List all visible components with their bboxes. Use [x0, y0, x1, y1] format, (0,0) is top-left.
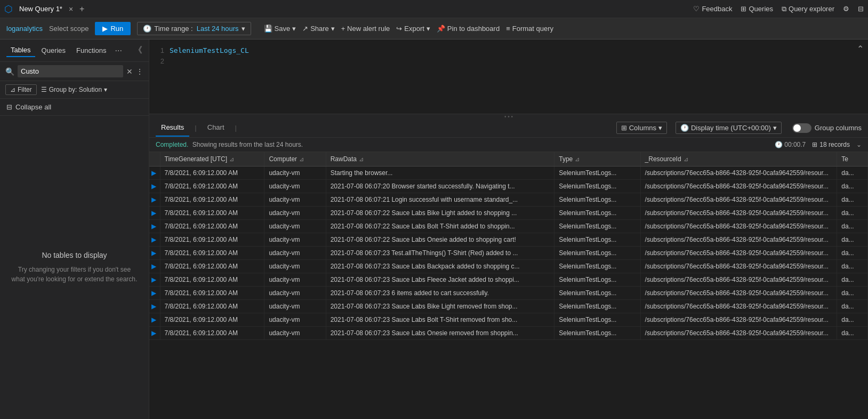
run-button[interactable]: ▶ ▶ Run Run — [95, 22, 131, 35]
col-header-time[interactable]: TimeGenerated [UTC] ⊿ — [160, 152, 264, 167]
col-header-type[interactable]: Type ⊿ — [554, 152, 640, 167]
columns-button[interactable]: ⊞ Columns ▾ — [616, 122, 667, 134]
row-expand-button[interactable]: ▶ — [149, 327, 160, 340]
row-expand-button[interactable]: ▶ — [149, 193, 160, 207]
row-expand-button[interactable]: ▶ — [149, 233, 160, 247]
new-alert-button[interactable]: + New alert rule — [341, 25, 390, 33]
chevron-down-icon5: ▾ — [104, 86, 107, 93]
cell-computer: udacity-vm — [264, 180, 326, 193]
cell-rawdata: Starting the browser... — [326, 167, 554, 180]
sidebar-tab-functions[interactable]: Functions — [72, 44, 110, 57]
query-explorer-button[interactable]: ⧉ Query explorer — [782, 5, 834, 13]
filter-computer-icon[interactable]: ⊿ — [299, 156, 304, 163]
table-row: ▶ 7/8/2021, 6:09:12.000 AM udacity-vm 20… — [149, 233, 868, 247]
row-expand-button[interactable]: ▶ — [149, 273, 160, 287]
cell-te: da... — [837, 287, 868, 300]
cell-rawdata: 2021-07-08 06:07:22 Sauce Labs Bike Ligh… — [326, 207, 554, 220]
display-time-button[interactable]: 🕐 Display time (UTC+00:00) ▾ — [676, 122, 782, 134]
sidebar-tab-queries[interactable]: Queries — [37, 44, 70, 57]
collapse-all-button[interactable]: ⊟ Collapse all — [0, 99, 149, 116]
filter-rawdata-icon[interactable]: ⊿ — [359, 156, 364, 163]
no-tables-title: No tables to display — [42, 251, 107, 259]
col-header-rawdata[interactable]: RawData ⊿ — [326, 152, 554, 167]
sidebar-search: 🔍 ✕ ⋮ — [0, 62, 149, 81]
workspace-label[interactable]: loganalytics — [6, 25, 43, 33]
group-columns-toggle[interactable]: Group columns — [792, 123, 862, 133]
filter-type-icon[interactable]: ⊿ — [575, 156, 580, 163]
sidebar-filters: ⊿ Filter ☰ Group by: Solution ▾ — [0, 81, 149, 99]
group-by-button[interactable]: ☰ Group by: Solution ▾ — [41, 86, 107, 93]
status-bar: Completed. Showing results from the last… — [149, 138, 868, 152]
row-expand-button[interactable]: ▶ — [149, 167, 160, 180]
row-expand-button[interactable]: ▶ — [149, 247, 160, 260]
editor-collapse-button[interactable]: ⌃ — [857, 44, 864, 54]
cell-time: 7/8/2021, 6:09:12.000 AM — [160, 260, 264, 273]
close-tab-button[interactable]: × — [69, 5, 73, 13]
row-expand-button[interactable]: ▶ — [149, 180, 160, 193]
share-button[interactable]: ↗ Share ▾ — [302, 25, 335, 33]
table-row: ▶ 7/8/2021, 6:09:12.000 AM udacity-vm 20… — [149, 180, 868, 193]
editor-line-1: 1 SeleniumTestLogs_CL — [154, 45, 864, 56]
filter-time-icon[interactable]: ⊿ — [229, 156, 234, 163]
col-header-computer[interactable]: Computer ⊿ — [264, 152, 326, 167]
chevron-down-icon4: ▾ — [427, 25, 430, 33]
layout-button[interactable]: ⊟ — [858, 5, 864, 13]
cell-rawdata: 2021-07-08 06:07:23 Sauce Labs Backpack … — [326, 260, 554, 273]
clear-search-button[interactable]: ✕ — [126, 67, 133, 76]
query-editor[interactable]: 1 SeleniumTestLogs_CL 2 ⌃ — [149, 39, 868, 114]
cell-resource: /subscriptions/76ecc65a-b866-4328-925f-0… — [640, 247, 837, 260]
tab-results[interactable]: Results — [156, 119, 189, 137]
table-row: ▶ 7/8/2021, 6:09:12.000 AM udacity-vm 20… — [149, 220, 868, 233]
run-icon: ▶ — [102, 25, 108, 33]
cell-rawdata: 2021-07-08 06:07:23 Sauce Labs Bolt T-Sh… — [326, 313, 554, 327]
cell-te: da... — [837, 247, 868, 260]
editor-drag-handle[interactable]: • • • — [149, 114, 868, 118]
cell-resource: /subscriptions/76ecc65a-b866-4328-925f-0… — [640, 233, 837, 247]
save-button[interactable]: 💾 Save ▾ — [264, 25, 296, 33]
cell-resource: /subscriptions/76ecc65a-b866-4328-925f-0… — [640, 300, 837, 313]
row-expand-button[interactable]: ▶ — [149, 220, 160, 233]
add-tab-button[interactable]: + — [79, 4, 84, 14]
tab-chart[interactable]: Chart — [202, 119, 230, 137]
row-expand-button[interactable]: ▶ — [149, 287, 160, 300]
more-tabs-button[interactable]: ··· — [115, 46, 122, 56]
clock-icon3: 🕐 — [775, 141, 783, 148]
filter-resource-icon[interactable]: ⊿ — [684, 156, 688, 163]
pin-dashboard-button[interactable]: 📌 Pin to dashboard — [437, 25, 500, 33]
azure-logo-icon: ⬡ — [4, 3, 13, 15]
expand-results-button[interactable]: ⌄ — [856, 141, 862, 148]
sidebar-tab-tables[interactable]: Tables — [6, 44, 35, 57]
row-expand-button[interactable]: ▶ — [149, 300, 160, 313]
search-options-button[interactable]: ⋮ — [136, 67, 143, 76]
time-range-button[interactable]: 🕐 Time range : Last 24 hours ▾ — [137, 22, 251, 35]
cell-resource: /subscriptions/76ecc65a-b866-4328-925f-0… — [640, 287, 837, 300]
clock-icon: 🕐 — [143, 25, 151, 33]
table-icon: ⊞ — [812, 141, 817, 148]
editor-content: 1 SeleniumTestLogs_CL 2 — [149, 39, 868, 72]
cell-type: SeleniumTestLogs... — [554, 167, 640, 180]
row-expand-button[interactable]: ▶ — [149, 313, 160, 327]
format-query-button[interactable]: ≡ Format query — [506, 25, 553, 33]
col-header-resource[interactable]: _ResourceId ⊿ — [640, 152, 837, 167]
group-icon: ☰ — [41, 86, 47, 93]
table-row: ▶ 7/8/2021, 6:09:12.000 AM udacity-vm 20… — [149, 207, 868, 220]
columns-icon: ⊞ — [621, 124, 627, 132]
settings-button[interactable]: ⚙ — [843, 5, 849, 13]
cell-te: da... — [837, 220, 868, 233]
cell-computer: udacity-vm — [264, 193, 326, 207]
feedback-button[interactable]: ♡ Feedback — [693, 5, 732, 13]
row-expand-button[interactable]: ▶ — [149, 207, 160, 220]
cell-type: SeleniumTestLogs... — [554, 220, 640, 233]
collapse-sidebar-button[interactable]: 《 — [134, 45, 142, 56]
queries-button[interactable]: ⊞ Queries — [741, 5, 773, 13]
table-row: ▶ 7/8/2021, 6:09:12.000 AM udacity-vm 20… — [149, 327, 868, 340]
cell-time: 7/8/2021, 6:09:12.000 AM — [160, 287, 264, 300]
filter-button[interactable]: ⊿ Filter — [5, 84, 37, 95]
row-expand-button[interactable]: ▶ — [149, 260, 160, 273]
col-header-te[interactable]: Te — [837, 152, 868, 167]
export-button[interactable]: ↪ Export ▾ — [396, 25, 430, 33]
cell-computer: udacity-vm — [264, 313, 326, 327]
search-input[interactable] — [18, 65, 123, 77]
toggle-switch[interactable] — [792, 123, 811, 133]
select-scope-button[interactable]: Select scope — [49, 25, 89, 33]
